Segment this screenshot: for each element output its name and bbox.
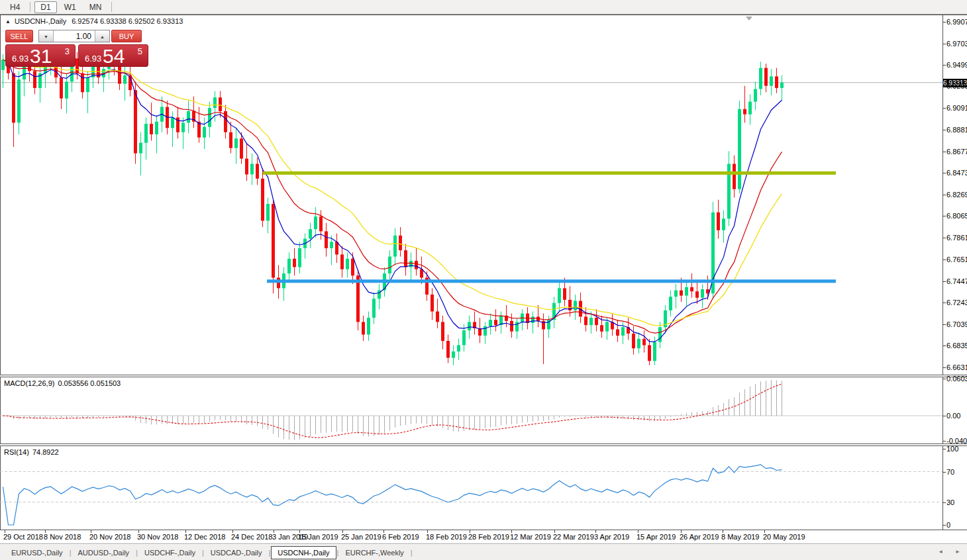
- sell-button[interactable]: SELL: [5, 30, 33, 42]
- volume-input[interactable]: [54, 30, 95, 42]
- rsi-axis-label: 30: [946, 498, 954, 506]
- buy-button[interactable]: BUY: [111, 30, 142, 42]
- ma-line-mid: [3, 60, 782, 333]
- toolbar-separator: [111, 2, 112, 12]
- tab-scroll-arrows: ◄ ►: [938, 549, 960, 555]
- price-axis-tick: [942, 173, 946, 173]
- price-axis-label: 6.82690: [946, 191, 967, 199]
- price-axis-tick: [942, 65, 946, 66]
- price-axis-label: 6.92950: [946, 82, 967, 90]
- tab-audusd-daily[interactable]: AUDUSD-,Daily: [72, 547, 135, 559]
- sell-price-display[interactable]: 6.93 31 3: [5, 44, 76, 67]
- tab-usdcnh-daily[interactable]: USDCNH-,Daily: [271, 546, 336, 559]
- price-axis-label: 6.72430: [946, 299, 967, 306]
- price-axis-tick: [942, 195, 946, 195]
- price-axis-label: 6.78610: [946, 234, 967, 242]
- date-axis-label: 18 Feb 2019: [426, 533, 467, 541]
- date-axis-label: 20 Nov 2018: [89, 533, 130, 541]
- ohlc-values: 6.92574 6.93338 6.92502 6.93313: [72, 17, 183, 25]
- collapse-panel-icon[interactable]: ▲: [5, 19, 11, 24]
- chevron-up-icon: ▲: [100, 34, 105, 39]
- rsi-line: [3, 465, 782, 525]
- price-axis-tick: [942, 130, 946, 130]
- sell-price-sup: 3: [65, 46, 70, 56]
- rsi-name: RSI(14): [4, 448, 29, 456]
- tab-separator: |: [337, 549, 339, 557]
- tab-scroll-right-icon[interactable]: ►: [955, 549, 960, 555]
- tab-eurusd-daily[interactable]: EURUSD-,Daily: [5, 547, 69, 559]
- timeframe-h4[interactable]: H4: [4, 1, 26, 13]
- buy-price-display[interactable]: 6.93 54 5: [78, 44, 148, 67]
- rsi-panel[interactable]: [0, 446, 942, 530]
- date-axis-label: 26 Apr 2019: [680, 533, 719, 541]
- hline-support[interactable]: [267, 279, 836, 283]
- price-axis-tick: [942, 346, 946, 346]
- volume-decrease-button[interactable]: ▼: [39, 30, 54, 42]
- price-axis-label: 6.84730: [946, 169, 967, 177]
- macd-axis-tick: [942, 416, 946, 416]
- price-axis-tick: [942, 108, 946, 109]
- tab-separator: |: [136, 549, 138, 557]
- tab-scroll-left-icon[interactable]: ◄: [938, 549, 943, 555]
- date-axis-label: 22 Mar 2019: [553, 533, 594, 541]
- rsi-axis-tick: [942, 449, 946, 449]
- price-axis-label: 6.97030: [946, 40, 967, 48]
- tab-usdcad-daily[interactable]: USDCAD-,Daily: [205, 547, 268, 559]
- candles: [1, 51, 784, 365]
- tab-separator: |: [268, 549, 270, 557]
- timeframe-d1[interactable]: D1: [34, 1, 56, 13]
- date-axis: 29 Oct 20188 Nov 201820 Nov 201830 Nov 2…: [0, 530, 967, 544]
- price-axis-tick: [942, 367, 946, 368]
- price-axis-label: 6.76510: [946, 256, 967, 263]
- date-axis-label: 15 Jan 2019: [298, 533, 338, 541]
- price-axis-label: 6.68350: [946, 342, 967, 350]
- rsi-value: 74.8922: [32, 448, 59, 456]
- price-axis-tick: [942, 281, 946, 282]
- price-axis-label: 6.74470: [946, 277, 967, 285]
- macd-name: MACD(12,26,9): [4, 379, 54, 387]
- buy-price-prefix: 6.93: [85, 54, 101, 64]
- rsi-axis-label: 70: [946, 468, 954, 476]
- sell-price-main: 31: [30, 45, 52, 67]
- price-axis-tick: [942, 44, 946, 44]
- macd-label: MACD(12,26,9)0.053556 0.051503: [4, 379, 124, 387]
- price-axis-tick: [942, 238, 946, 238]
- toolbar-separator: [30, 2, 30, 12]
- tab-eurchf-weekly[interactable]: EURCHF-,Weekly: [339, 547, 409, 559]
- price-axis-border: [942, 15, 943, 530]
- rsi-axis-tick: [942, 525, 946, 526]
- timeframe-toolbar: H4D1W1MN: [0, 0, 967, 15]
- price-axis-tick: [942, 324, 946, 325]
- one-click-trading-panel: SELL ▼ ▲ BUY 6.93 31 3 6.93 54 5: [5, 30, 148, 67]
- tab-usdchf-daily[interactable]: USDCHF-,Daily: [138, 547, 201, 559]
- symbol-period-label: USDCNH-,Daily: [15, 17, 66, 25]
- sell-price-prefix: 6.93: [12, 54, 28, 64]
- date-axis-label: 6 Feb 2019: [382, 533, 419, 541]
- date-axis-label: 12 Dec 2018: [184, 533, 225, 541]
- candlestick-chart[interactable]: [0, 15, 942, 375]
- hline-resistance[interactable]: [263, 171, 836, 175]
- macd-axis-tick: [942, 441, 946, 442]
- macd-axis-label: 0.00: [946, 412, 960, 420]
- volume-control: ▼ ▲: [38, 30, 110, 42]
- price-axis-tick: [942, 86, 946, 87]
- macd-values: 0.053556 0.051503: [58, 379, 121, 387]
- macd-panel[interactable]: [0, 377, 942, 443]
- chart-shift-marker[interactable]: [746, 17, 752, 21]
- timeframe-mn[interactable]: MN: [83, 1, 108, 13]
- date-axis-label: 8 Nov 2018: [44, 533, 81, 541]
- ma-line-slow: [3, 60, 782, 326]
- price-axis-label: 6.90910: [946, 104, 967, 112]
- macd-histogram: [3, 380, 782, 440]
- buy-price-sup: 5: [138, 46, 142, 56]
- chart-tabs: EURUSD-,Daily|AUDUSD-,Daily|USDCHF-,Dail…: [5, 546, 413, 559]
- volume-increase-button[interactable]: ▲: [95, 30, 109, 42]
- date-axis-label: 8 May 2019: [721, 533, 759, 541]
- price-axis-tick: [942, 152, 946, 152]
- price-axis-label: 6.86770: [946, 148, 967, 156]
- timeframe-w1[interactable]: W1: [58, 1, 82, 13]
- chart-tabbar: EURUSD-,Daily|AUDUSD-,Daily|USDCHF-,Dail…: [0, 545, 967, 560]
- date-axis-label: 29 Oct 2018: [3, 533, 43, 541]
- chevron-down-icon: ▼: [44, 34, 48, 39]
- price-axis-tick: [942, 22, 946, 23]
